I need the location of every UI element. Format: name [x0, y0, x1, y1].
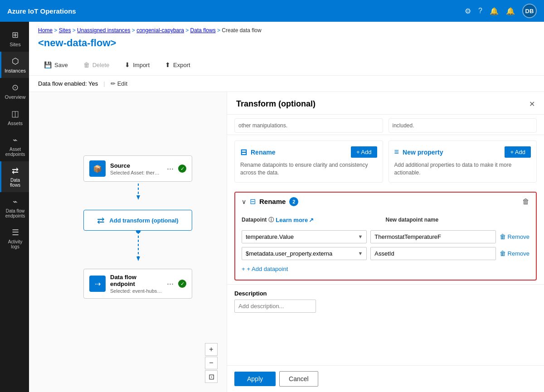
- sidebar-item-data-flow-endpoints[interactable]: ⌁ Data flow endpoints: [0, 192, 29, 223]
- remove-button-1[interactable]: 🗑 Remove: [500, 233, 529, 240]
- notification-icon[interactable]: 🔔: [490, 7, 499, 15]
- breadcrumb: Home > Sites > Unassigned instances > co…: [29, 22, 544, 35]
- rename-title-icon: ⊟: [250, 197, 256, 206]
- rename-card-icon: ⊟: [240, 147, 247, 157]
- panel-actions: Apply Cancel: [227, 365, 544, 392]
- toolbar: 💾 Save 🗑 Delete ⬇ Import ⬆ Export: [29, 54, 544, 76]
- sidebar-label-instances: Instances: [5, 68, 26, 73]
- datapoint-row-1: temperature.Value ▼ 🗑 Remove: [242, 230, 529, 243]
- new-property-card-header: ≡ New property + Add: [394, 146, 531, 158]
- nav-icons: ⚙ ? 🔔 🔔 DB: [465, 4, 537, 18]
- zoom-out-button[interactable]: −: [205, 357, 218, 369]
- overview-icon: ⊙: [12, 82, 19, 92]
- sidebar-item-sites[interactable]: ⊞ Sites: [0, 25, 29, 52]
- breadcrumb-instance[interactable]: congenial-capybara: [136, 27, 184, 34]
- sidebar-label-data-flows: Data flows: [5, 178, 25, 188]
- breadcrumb-unassigned[interactable]: Unassigned instances: [77, 27, 130, 34]
- flow-canvas: 📦 Source Selected Asset: thermostat ··· …: [29, 92, 227, 392]
- add-datapoint-icon: +: [242, 266, 245, 272]
- external-link-icon: ↗: [309, 217, 314, 223]
- activity-logs-icon: ☰: [12, 227, 19, 237]
- new-name-input-1[interactable]: [370, 230, 495, 243]
- rename-card-header: ⊟ Rename + Add: [240, 146, 377, 158]
- endpoint-node-menu[interactable]: ···: [167, 279, 174, 289]
- breadcrumb-sites[interactable]: Sites: [59, 27, 71, 34]
- rename-section-header: ∨ ⊟ Rename 2 🗑: [235, 193, 536, 211]
- save-button[interactable]: 💾 Save: [38, 58, 74, 72]
- export-button[interactable]: ⬆ Export: [159, 58, 196, 72]
- sidebar-item-overview[interactable]: ⊙ Overview: [0, 78, 29, 104]
- assets-icon: ◫: [11, 109, 19, 119]
- panel-scroll[interactable]: other manipulations. included. ⊟ Rename: [227, 115, 544, 365]
- edit-icon: ✏: [111, 80, 116, 87]
- enabled-label: Data flow enabled: Yes: [38, 80, 98, 87]
- fit-view-button[interactable]: ⊡: [205, 370, 218, 383]
- transform-node[interactable]: ⇄ Add transform (optional): [83, 210, 192, 231]
- sidebar-item-activity-logs[interactable]: ☰ Activity logs: [0, 223, 29, 254]
- source-node-menu[interactable]: ···: [167, 164, 174, 174]
- canvas-controls: + − ⊡: [205, 343, 218, 383]
- rename-add-button[interactable]: + Add: [351, 146, 377, 158]
- sidebar-label-overview: Overview: [5, 94, 26, 100]
- help-icon[interactable]: ?: [478, 7, 482, 15]
- import-icon: ⬇: [125, 61, 130, 68]
- description-input[interactable]: [234, 300, 316, 313]
- rename-card: ⊟ Rename + Add Rename datapoints to ensu…: [234, 140, 383, 183]
- transform-node-title: Add transform (optional): [109, 217, 178, 224]
- source-node-subtitle: Selected Asset: thermostat: [110, 170, 162, 175]
- alert-icon[interactable]: 🔔: [506, 7, 515, 15]
- new-property-add-button[interactable]: + Add: [505, 146, 531, 158]
- edit-button[interactable]: ✏ Edit: [111, 80, 127, 87]
- transform-icon: ⇄: [97, 215, 105, 226]
- rename-chevron-icon[interactable]: ∨: [242, 198, 246, 205]
- cancel-button[interactable]: Cancel: [279, 371, 318, 387]
- export-icon: ⬆: [165, 61, 170, 68]
- connector-svg: [29, 92, 227, 392]
- rename-badge: 2: [289, 197, 298, 206]
- apply-button[interactable]: Apply: [234, 372, 276, 386]
- datapoint-col-header: Datapoint ⓘ Learn more ↗: [242, 216, 382, 224]
- rename-delete-button[interactable]: 🗑: [522, 198, 529, 206]
- new-property-card: ≡ New property + Add Add additional prop…: [389, 140, 537, 183]
- remove-button-2[interactable]: 🗑 Remove: [500, 250, 529, 257]
- info-icon[interactable]: ⓘ: [268, 216, 274, 224]
- panel-close-button[interactable]: ✕: [529, 100, 535, 108]
- add-datapoint-button[interactable]: + + Add datapoint: [242, 264, 288, 274]
- zoom-in-button[interactable]: +: [205, 343, 218, 356]
- settings-icon[interactable]: ⚙: [465, 7, 471, 15]
- panel-title: Transform (optional): [236, 99, 316, 109]
- datapoint-select-2[interactable]: $metadata.user_property.externa ▼: [242, 247, 367, 260]
- endpoint-node: ⇢ Data flow endpoint Selected: event-hub…: [83, 269, 192, 299]
- sidebar-item-instances[interactable]: ⬡ Instances: [0, 52, 29, 78]
- datapoint-select-1[interactable]: temperature.Value ▼: [242, 230, 367, 243]
- new-property-card-title: ≡ New property: [394, 147, 443, 157]
- delete-button[interactable]: 🗑 Delete: [78, 58, 116, 72]
- datapoint-value-2: $metadata.user_property.externa: [246, 250, 332, 257]
- page-title-bar: <new-data-flow>: [29, 35, 544, 54]
- breadcrumb-home[interactable]: Home: [38, 27, 53, 34]
- transform-panel: Transform (optional) ✕ other manipulatio…: [227, 92, 544, 392]
- sidebar-label-activity-logs: Activity logs: [5, 239, 25, 249]
- sidebar-item-assets[interactable]: ◫ Assets: [0, 104, 29, 131]
- breadcrumb-dataflows[interactable]: Data flows: [190, 27, 216, 34]
- page-title: <new-data-flow>: [38, 37, 535, 49]
- import-button[interactable]: ⬇ Import: [119, 58, 155, 72]
- new-name-input-2[interactable]: [370, 247, 495, 260]
- column-headers: Datapoint ⓘ Learn more ↗: [242, 216, 529, 227]
- enabled-bar: Data flow enabled: Yes | ✏ Edit: [29, 76, 544, 92]
- breadcrumb-current: Create data flow: [222, 27, 261, 34]
- endpoint-node-title: Data flow endpoint: [110, 274, 162, 287]
- sidebar-item-asset-endpoints[interactable]: ⌁ Asset endpoints: [0, 131, 29, 161]
- learn-more-link[interactable]: Learn more ↗: [276, 217, 314, 223]
- svg-marker-3: [136, 256, 140, 261]
- app-title: Azure IoT Operations: [7, 7, 465, 15]
- avatar[interactable]: DB: [522, 4, 537, 18]
- sidebar-item-data-flows[interactable]: ⇄ Data flows: [0, 161, 29, 192]
- sidebar-label-asset-endpoints: Asset endpoints: [5, 147, 25, 157]
- canvas-wrapper: 📦 Source Selected Asset: thermostat ··· …: [29, 92, 544, 392]
- description-label: Description: [234, 290, 537, 297]
- sidebar-label-data-flow-endpoints: Data flow endpoints: [5, 208, 25, 218]
- rename-card-title: ⊟ Rename: [240, 147, 275, 157]
- datapoint-value-1: temperature.Value: [246, 233, 294, 240]
- svg-marker-1: [136, 195, 140, 200]
